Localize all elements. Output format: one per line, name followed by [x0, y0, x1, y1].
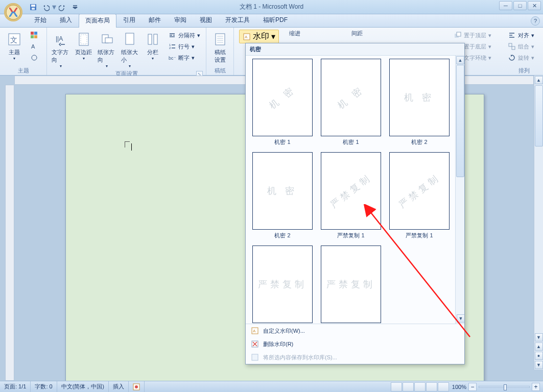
draft-paper-button[interactable]: 稿纸 设置: [209, 30, 230, 65]
minimize-button[interactable]: ─: [499, 1, 512, 10]
watermark-caption: 机密 1: [274, 138, 290, 146]
size-icon: [122, 31, 138, 47]
watermark-option-6[interactable]: 严禁复制严禁复制 2: [250, 246, 315, 324]
margins-button[interactable]: 页边距▾: [73, 30, 94, 62]
theme-colors-button[interactable]: [28, 30, 41, 41]
columns-button[interactable]: 分栏▾: [143, 30, 163, 62]
close-button[interactable]: ✕: [528, 1, 541, 10]
text-direction-button[interactable]: ||A文字方向▾: [50, 30, 71, 70]
align-button[interactable]: 对齐 ▾: [505, 30, 537, 41]
watermark-option-3[interactable]: 机 密机密 2: [250, 152, 315, 243]
tab-references[interactable]: 引用: [116, 13, 142, 27]
theme-effects-button[interactable]: [28, 52, 41, 63]
zoom-slider[interactable]: [479, 386, 530, 388]
watermark-option-0[interactable]: 机 密机密 1: [250, 59, 315, 150]
vertical-ruler[interactable]: [5, 85, 14, 381]
status-word-count[interactable]: 字数: 0: [31, 381, 57, 392]
spacing-section-label: 间距: [351, 30, 363, 37]
scroll-thumb[interactable]: [535, 85, 543, 146]
svg-rect-27: [457, 32, 461, 36]
zoom-out-button[interactable]: −: [468, 383, 477, 391]
theme-effects-icon: [30, 54, 38, 62]
status-insert-mode[interactable]: 插入: [109, 381, 129, 392]
theme-fonts-button[interactable]: A: [28, 41, 41, 52]
redo-icon[interactable]: [57, 2, 68, 13]
rotate-icon: [508, 54, 516, 62]
watermark-button[interactable]: A水印 ▾: [239, 30, 279, 43]
tab-foxit-pdf[interactable]: 福昕PDF: [256, 13, 294, 27]
maximize-button[interactable]: □: [513, 1, 527, 10]
svg-text:A: A: [245, 35, 248, 39]
status-bar: 页面: 1/1 字数: 0 中文(简体，中国) 插入 100% − +: [0, 381, 543, 392]
scroll-down-icon[interactable]: ▼: [535, 333, 543, 341]
zoom-in-button[interactable]: +: [532, 383, 540, 391]
watermark-option-5[interactable]: 严禁复制严禁复制 1: [387, 152, 452, 243]
gallery-scroll-down-icon[interactable]: ▼: [457, 314, 464, 323]
undo-icon[interactable]: [40, 2, 51, 13]
watermark-preview-text: 机 密: [267, 83, 298, 111]
bring-front-icon: [454, 31, 462, 39]
hyphenation-button[interactable]: bc⁻断字 ▾: [166, 52, 203, 63]
group-arrange-label: 排列: [518, 67, 530, 74]
gallery-scroll-up-icon[interactable]: ▲: [456, 56, 464, 64]
save-watermark-menuitem: 将所选内容保存到水印库(S)...: [246, 351, 464, 364]
tab-review[interactable]: 审阅: [168, 13, 193, 27]
help-icon[interactable]: ?: [531, 16, 540, 26]
vertical-scrollbar[interactable]: ▲ ▼ ▲ ● ▼: [534, 76, 543, 370]
align-icon: [508, 31, 516, 39]
view-web-layout[interactable]: [414, 382, 426, 391]
orientation-button[interactable]: 纸张方向▾: [96, 30, 117, 70]
watermark-preview-text: 严禁复制: [396, 171, 442, 211]
draft-paper-icon: [212, 31, 228, 47]
tab-page-layout[interactable]: 页面布局: [79, 14, 116, 28]
status-page[interactable]: 页面: 1/1: [0, 381, 31, 392]
svg-rect-6: [31, 32, 34, 35]
tab-insert[interactable]: 插入: [53, 13, 79, 27]
line-numbers-button[interactable]: 12行号 ▾: [166, 41, 203, 52]
view-outline[interactable]: [426, 382, 437, 391]
view-full-screen[interactable]: [403, 382, 414, 391]
svg-text:文: 文: [10, 36, 17, 44]
status-macro-icon[interactable]: [129, 381, 145, 392]
svg-rect-9: [34, 35, 37, 38]
custom-watermark-menuitem[interactable]: A自定义水印(W)...: [246, 324, 464, 337]
qat-more-icon[interactable]: [69, 2, 81, 13]
scroll-up-icon[interactable]: ▲: [535, 76, 543, 84]
watermark-option-1[interactable]: 机 密机密 1: [318, 59, 384, 150]
watermark-caption: 机密 2: [411, 138, 427, 146]
tab-developer[interactable]: 开发工具: [219, 13, 256, 27]
watermark-caption: 严禁复制 1: [337, 232, 364, 239]
status-language[interactable]: 中文(简体，中国): [57, 381, 109, 392]
size-button[interactable]: 纸张大小▾: [120, 30, 140, 70]
svg-point-11: [32, 55, 37, 60]
themes-button[interactable]: 文 主题▾: [3, 30, 26, 62]
zoom-value[interactable]: 100%: [452, 384, 466, 390]
tab-home[interactable]: 开始: [28, 13, 53, 27]
svg-rect-18: [148, 34, 152, 44]
remove-watermark-menuitem[interactable]: 删除水印(R): [246, 337, 464, 351]
tab-mailings[interactable]: 邮件: [142, 13, 168, 27]
svg-rect-8: [31, 35, 34, 38]
columns-icon: [145, 31, 161, 47]
zoom-slider-knob[interactable]: [504, 384, 507, 390]
watermark-option-2[interactable]: 机 密机密 2: [387, 59, 452, 150]
office-button[interactable]: [3, 2, 23, 22]
rotate-button: 旋转 ▾: [505, 52, 537, 63]
svg-rect-16: [105, 38, 112, 43]
gallery-scrollbar[interactable]: ▲ ▼: [455, 56, 464, 324]
watermark-preview-text: 机 密: [404, 91, 434, 104]
prev-page-icon[interactable]: ▲: [535, 342, 543, 351]
next-page-icon[interactable]: ▼: [535, 361, 543, 369]
watermark-option-7[interactable]: 严禁复制严禁复制 2: [318, 246, 384, 324]
qat-sep: ▾: [52, 2, 56, 12]
watermark-option-4[interactable]: 严禁复制严禁复制 1: [318, 152, 384, 243]
gallery-scroll-thumb[interactable]: [456, 65, 464, 177]
browse-object-icon[interactable]: ●: [535, 352, 543, 360]
view-print-layout[interactable]: [391, 382, 402, 391]
breaks-button[interactable]: 分隔符 ▾: [166, 30, 203, 41]
save-icon[interactable]: [28, 2, 39, 13]
view-draft[interactable]: [438, 382, 449, 391]
tab-view[interactable]: 视图: [193, 13, 219, 27]
quick-access-toolbar: ▾: [28, 2, 81, 13]
theme-fonts-icon: A: [30, 42, 38, 51]
